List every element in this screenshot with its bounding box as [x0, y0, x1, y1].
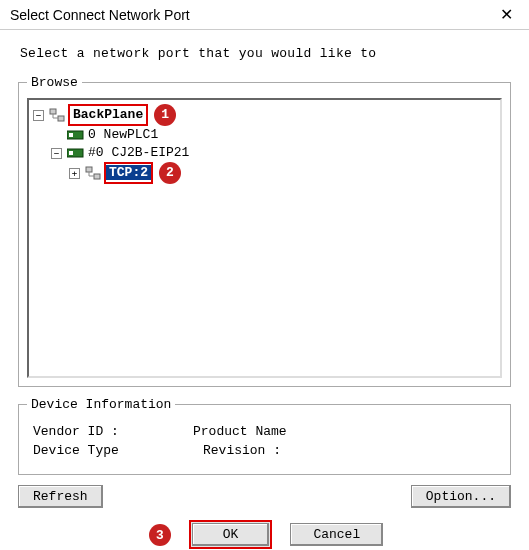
tree-label: 0 NewPLC1 — [88, 126, 158, 144]
revision-label: Revision : — [193, 441, 281, 460]
device-info-legend: Device Information — [27, 397, 175, 412]
refresh-button[interactable]: Refresh — [18, 485, 103, 508]
callout-3: 3 — [149, 524, 171, 546]
instruction-text: Select a network port that you would lik… — [20, 46, 511, 61]
product-name-label: Product Name — [193, 422, 287, 441]
tree-label-tcp: TCP:2 — [106, 165, 151, 180]
tree-item-newplc1[interactable]: 0 NewPLC1 — [51, 126, 496, 144]
tree-item-cj2b[interactable]: − #0 CJ2B-EIP21 — [51, 144, 496, 162]
svg-rect-7 — [94, 174, 100, 179]
tree-item-tcp[interactable]: + TCP:2 2 — [69, 162, 496, 184]
browse-group: Browse − BackPlane 1 — [18, 75, 511, 387]
browse-legend: Browse — [27, 75, 82, 90]
tree-label: #0 CJ2B-EIP21 — [88, 144, 189, 162]
svg-rect-6 — [86, 167, 92, 172]
callout-2: 2 — [159, 162, 181, 184]
tree-item-backplane[interactable]: − BackPlane 1 — [33, 104, 496, 126]
svg-rect-5 — [69, 151, 73, 155]
window-title: Select Connect Network Port — [10, 7, 190, 23]
ok-button[interactable]: OK — [189, 520, 273, 549]
expander-minus-icon[interactable]: − — [33, 110, 44, 121]
expander-minus-icon[interactable]: − — [51, 148, 62, 159]
network-icon — [85, 166, 101, 180]
tree-label-backplane: BackPlane — [68, 104, 148, 126]
card-icon — [67, 147, 85, 159]
network-icon — [49, 108, 65, 122]
close-icon[interactable]: ✕ — [491, 0, 521, 30]
svg-rect-0 — [50, 109, 56, 114]
card-icon — [67, 129, 85, 141]
cancel-button[interactable]: Cancel — [290, 523, 383, 546]
tree-view[interactable]: − BackPlane 1 — [27, 98, 502, 378]
option-button[interactable]: Option... — [411, 485, 511, 508]
expander-spacer — [51, 130, 62, 141]
expander-plus-icon[interactable]: + — [69, 168, 80, 179]
device-type-label: Device Type — [33, 441, 193, 460]
vendor-id-label: Vendor ID : — [33, 422, 193, 441]
callout-1: 1 — [154, 104, 176, 126]
device-info-group: Device Information Vendor ID : Product N… — [18, 397, 511, 475]
svg-rect-3 — [69, 133, 73, 137]
svg-rect-1 — [58, 116, 64, 121]
